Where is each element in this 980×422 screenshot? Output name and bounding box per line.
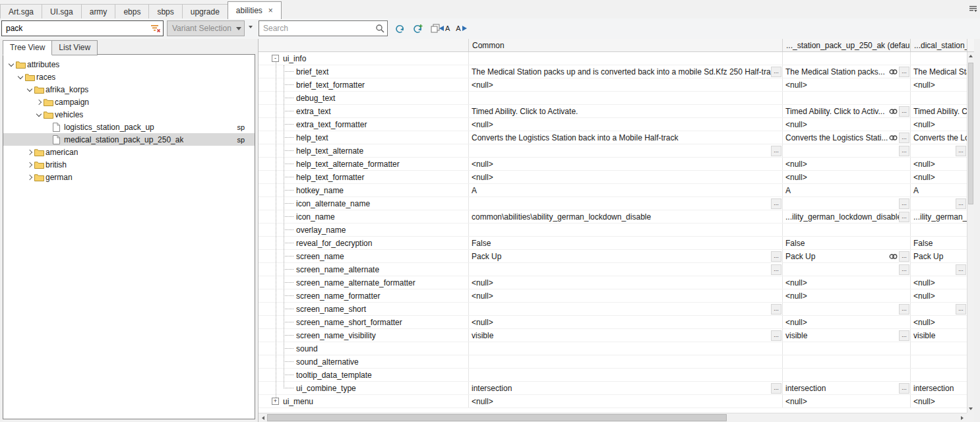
column-header-3[interactable]: ...dical_station_p (911, 39, 967, 51)
property-name-cell[interactable]: help_text (259, 131, 469, 144)
tab-Art.sga[interactable]: Art.sga (0, 4, 42, 18)
property-value-cell[interactable]: <null> (469, 276, 783, 289)
vertical-scroll-thumb[interactable] (968, 63, 973, 204)
property-value-cell[interactable]: <null> (783, 78, 911, 91)
property-value-cell[interactable] (911, 342, 967, 355)
property-value-cell[interactable]: <null> (783, 395, 911, 407)
property-name-cell[interactable]: help_text_alternate_formatter (259, 158, 469, 170)
sync-arrow-icon[interactable] (393, 22, 406, 35)
more-button[interactable]: ... (771, 304, 781, 315)
property-value-cell[interactable]: intersection... (469, 382, 783, 394)
tree-item-vehicles[interactable]: vehicles (3, 108, 255, 121)
more-button[interactable]: ... (899, 264, 909, 275)
property-value-cell[interactable] (911, 224, 967, 236)
property-value-cell[interactable] (911, 52, 967, 65)
property-value-cell[interactable] (911, 369, 967, 381)
more-button[interactable]: ... (956, 304, 966, 315)
property-value-cell[interactable]: ... (911, 303, 967, 315)
property-value-cell[interactable] (469, 355, 783, 368)
property-value-cell[interactable]: ... (469, 303, 783, 315)
property-value-cell[interactable]: <null> (911, 289, 967, 302)
property-name-cell[interactable]: hotkey_name (259, 184, 469, 196)
horizontal-scroll-thumb[interactable] (267, 414, 727, 421)
chevron-down-icon[interactable] (6, 59, 16, 69)
tab-army[interactable]: army (81, 4, 116, 18)
more-button[interactable]: ... (899, 251, 909, 262)
property-value-cell[interactable]: <null> (469, 289, 783, 302)
inheritance-link-icon[interactable] (889, 253, 898, 260)
chevron-right-icon[interactable] (24, 160, 34, 169)
property-value-cell[interactable]: <null> (469, 78, 783, 91)
property-name-cell[interactable]: icon_name (259, 210, 469, 223)
more-button[interactable]: ... (956, 198, 966, 209)
property-value-cell[interactable]: <null> (469, 118, 783, 131)
more-button[interactable]: ... (956, 264, 966, 275)
property-name-cell[interactable]: screen_name_alternate_formatter (259, 276, 469, 289)
property-value-cell[interactable] (469, 342, 783, 355)
more-button[interactable]: ... (899, 67, 909, 77)
property-value-cell[interactable]: Converts the Logistics Stati...... (783, 131, 911, 144)
property-name-cell[interactable]: screen_name (259, 250, 469, 262)
property-value-cell[interactable]: False (783, 237, 911, 249)
column-header-property[interactable] (259, 39, 469, 51)
property-name-cell[interactable]: ui_combine_type (259, 382, 469, 394)
property-value-cell[interactable]: ... (783, 263, 911, 276)
property-value-cell[interactable] (469, 224, 783, 236)
more-button[interactable]: ... (771, 330, 781, 341)
more-button[interactable]: ... (771, 383, 781, 394)
more-button[interactable]: ... (899, 304, 909, 315)
property-name-cell[interactable]: screen_name_visibility (259, 329, 469, 342)
property-value-cell[interactable]: Pack Up... (469, 250, 783, 262)
property-name-cell[interactable]: +ui_menu (259, 395, 469, 407)
chevron-down-icon[interactable] (34, 109, 44, 119)
property-name-cell[interactable]: extra_text (259, 105, 469, 117)
property-name-cell[interactable]: overlay_name (259, 224, 469, 236)
tree-item-medical_station_pack_up_250_ak[interactable]: medical_station_pack_up_250_aksp (3, 133, 255, 146)
grid-vertical-scrollbar[interactable] (967, 52, 974, 413)
property-value-cell[interactable]: ... (783, 197, 911, 210)
property-value-cell[interactable]: A (469, 184, 783, 196)
property-name-cell[interactable]: tooltip_data_template (259, 369, 469, 381)
scroll-right-icon[interactable] (958, 413, 967, 422)
chevron-right-icon[interactable] (34, 97, 44, 107)
property-name-cell[interactable]: sound_alternative (259, 355, 469, 368)
toolbar-overflow-chevron-icon[interactable] (249, 28, 253, 38)
property-value-cell[interactable]: ... (911, 197, 967, 210)
property-name-cell[interactable]: screen_name_short_formatter (259, 316, 469, 328)
property-name-cell[interactable]: screen_name_short (259, 303, 469, 315)
more-button[interactable]: ... (899, 383, 909, 394)
property-value-cell[interactable]: <null> (911, 276, 967, 289)
tab-ebps[interactable]: ebps (115, 4, 149, 18)
property-value-cell[interactable]: ...ility_german_lockdown_disable (911, 210, 967, 223)
tree-item-campaign[interactable]: campaign (3, 96, 255, 108)
tree-item-attributes[interactable]: attributes (3, 58, 255, 71)
property-value-cell[interactable]: ... (783, 144, 911, 157)
property-value-cell[interactable]: False (911, 237, 967, 249)
property-value-cell[interactable]: ... (469, 263, 783, 276)
column-header-2[interactable]: ..._station_pack_up_250_ak (default) (783, 39, 911, 51)
property-value-cell[interactable]: <null> (469, 158, 783, 170)
more-button[interactable]: ... (899, 198, 909, 209)
property-value-cell[interactable]: intersection (911, 382, 967, 394)
property-value-cell[interactable]: <null> (911, 316, 967, 328)
tab-upgrade[interactable]: upgrade (182, 4, 228, 18)
inheritance-link-icon[interactable] (889, 108, 898, 115)
tree-item-afrika_korps[interactable]: afrika_korps (3, 83, 255, 96)
property-value-cell[interactable]: common\abilities\ability_german_lockdown… (469, 210, 783, 223)
more-button[interactable]: ... (899, 146, 909, 156)
property-name-cell[interactable]: brief_text_formatter (259, 78, 469, 91)
property-value-cell[interactable]: <null> (783, 118, 911, 131)
property-value-cell[interactable] (911, 355, 967, 368)
more-button[interactable]: ... (899, 330, 909, 341)
tree-item-british[interactable]: british (3, 158, 255, 171)
tab-list-menu-icon[interactable] (969, 5, 978, 14)
more-button[interactable]: ... (771, 198, 781, 209)
chevron-right-icon[interactable] (24, 147, 34, 157)
property-value-cell[interactable]: A (911, 184, 967, 196)
more-button[interactable]: ... (899, 106, 909, 117)
property-value-cell[interactable]: <null> (469, 395, 783, 407)
property-value-cell[interactable] (469, 92, 783, 104)
scroll-left-icon[interactable] (259, 413, 268, 422)
property-value-cell[interactable] (783, 52, 911, 65)
previous-match-button[interactable]: A (439, 23, 450, 34)
